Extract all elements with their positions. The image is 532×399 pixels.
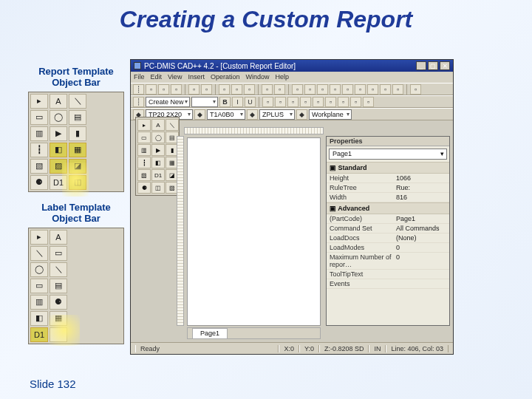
toolbar-button[interactable]: ▫ <box>338 97 349 107</box>
palette-button[interactable]: ▸ <box>30 94 48 109</box>
property-row[interactable]: LoadDocs(None) <box>327 233 449 243</box>
page-tab[interactable]: Page1 <box>192 328 228 338</box>
minimize-button[interactable]: _ <box>416 61 426 70</box>
underline-button[interactable]: U <box>245 97 256 107</box>
toolbar-button[interactable]: ▫ <box>292 84 303 95</box>
toolbar-button[interactable]: ▫ <box>300 97 311 107</box>
toolbar-button[interactable]: ▫ <box>392 84 403 95</box>
toolbar-button[interactable]: ▫ <box>363 97 374 107</box>
menu-item[interactable]: Help <box>275 73 289 82</box>
menu-item[interactable]: View <box>168 73 182 82</box>
create-dropdown[interactable]: Create New <box>146 97 190 107</box>
palette-button[interactable]: ＼ <box>50 262 67 277</box>
maximize-button[interactable]: ▢ <box>428 61 438 70</box>
palette-button[interactable]: ▥ <box>30 126 48 141</box>
toolbar-button[interactable]: ▫ <box>325 97 336 107</box>
bold-button[interactable]: B <box>219 97 231 107</box>
palette-button[interactable]: ◧ <box>50 143 67 157</box>
align-dropdown[interactable]: ZPLUS <box>259 109 295 120</box>
palette-button[interactable]: A <box>50 230 67 245</box>
property-row[interactable]: Width816 <box>327 193 449 202</box>
palette-button[interactable]: ⚈ <box>137 182 151 194</box>
palette-button[interactable]: D1 <box>151 169 165 181</box>
tip-dropdown[interactable]: T1A0B0 <box>207 109 245 120</box>
workplane-dropdown[interactable]: Workplane <box>309 109 352 120</box>
palette-button[interactable]: ⚈ <box>50 295 67 310</box>
toolbar-button[interactable]: ▫ <box>342 84 353 95</box>
properties-selection[interactable]: Page1 <box>329 149 447 160</box>
palette-button[interactable]: ◯ <box>151 132 165 143</box>
toolbar-button[interactable]: ▫ <box>158 84 169 95</box>
palette-button[interactable]: ┇ <box>137 157 151 168</box>
palette-button[interactable]: A <box>50 94 67 109</box>
toolbar-button[interactable]: ▫ <box>355 84 366 95</box>
palette-button[interactable]: ▥ <box>30 295 48 310</box>
palette-button[interactable]: ▧ <box>30 159 48 174</box>
property-row[interactable]: Command SetAll Commands <box>327 224 449 233</box>
toolbar-button[interactable]: ▫ <box>275 97 286 107</box>
toolbar-button[interactable]: ▫ <box>262 97 273 107</box>
menu-item[interactable]: File <box>134 73 145 82</box>
palette-button[interactable]: A <box>151 119 165 131</box>
toolbar-button[interactable]: ▫ <box>231 84 242 95</box>
menu-item[interactable]: Operation <box>211 73 240 82</box>
palette-button[interactable]: ┇ <box>30 143 48 157</box>
palette-button[interactable]: ▤ <box>50 279 67 293</box>
palette-button[interactable]: ▤ <box>69 110 86 125</box>
menu-item[interactable]: Window <box>245 73 269 82</box>
palette-button[interactable]: ＼ <box>30 246 48 261</box>
palette-button[interactable]: ▭ <box>50 246 67 261</box>
toolbar-button[interactable]: ▫ <box>317 84 328 95</box>
palette-button[interactable]: ◯ <box>30 262 48 277</box>
property-row[interactable]: Height1066 <box>327 174 449 183</box>
toolbar-button[interactable]: ▫ <box>188 84 200 95</box>
toolbar-button[interactable]: ▫ <box>171 84 182 95</box>
toolbar-button[interactable]: ▫ <box>380 84 391 95</box>
toolbar-button[interactable]: ▫ <box>201 84 212 95</box>
palette-button[interactable]: ▮ <box>69 126 86 141</box>
property-row[interactable]: ToolTipText <box>327 270 449 279</box>
menu-item[interactable]: Insert <box>188 73 205 82</box>
palette-button[interactable]: ▸ <box>30 230 48 245</box>
palette-button[interactable]: ▭ <box>30 110 48 125</box>
palette-button[interactable]: ◧ <box>30 311 48 326</box>
toolbar-button[interactable]: ▫ <box>350 97 361 107</box>
toolbar-button[interactable]: ▫ <box>330 84 341 95</box>
property-row[interactable]: LoadModes0 <box>327 243 449 253</box>
toolbar-button[interactable]: ▫ <box>244 84 255 95</box>
property-row[interactable]: Maximum Number of repor…0 <box>327 253 449 270</box>
palette-button[interactable]: ▥ <box>137 144 151 156</box>
palette-button[interactable]: ▭ <box>137 132 151 143</box>
toolbar-button[interactable]: ▫ <box>304 84 316 95</box>
palette-button[interactable]: ◧ <box>151 157 165 168</box>
toolbar-button[interactable]: ▫ <box>274 84 285 95</box>
toolbar-button[interactable]: ▫ <box>410 84 421 95</box>
property-section[interactable]: ▣ Advanced <box>327 202 449 214</box>
palette-button[interactable]: ◯ <box>50 110 67 125</box>
palette-button[interactable]: ＼ <box>69 94 86 109</box>
toolbar-button[interactable]: ▫ <box>287 97 299 107</box>
property-row[interactable]: Events <box>327 279 449 289</box>
property-row[interactable]: (PartCode)Page1 <box>327 214 449 224</box>
toolbar-button[interactable]: ▫ <box>146 84 157 95</box>
palette-button[interactable]: D1 <box>30 327 48 342</box>
palette-button[interactable]: ▸ <box>137 119 151 131</box>
toolbar-button[interactable]: ▫ <box>262 84 273 95</box>
report-canvas[interactable] <box>187 137 321 326</box>
italic-button[interactable]: I <box>232 97 243 107</box>
palette-button[interactable]: ▦ <box>69 143 86 157</box>
palette-button[interactable]: ▶ <box>151 144 165 156</box>
palette-button[interactable]: ◫ <box>151 182 165 194</box>
toolbar-button[interactable]: ▫ <box>219 84 230 95</box>
palette-button[interactable]: ▭ <box>30 279 48 293</box>
property-section[interactable]: ▣ Standard <box>327 162 449 174</box>
palette-button[interactable]: ＼ <box>166 119 179 131</box>
property-row[interactable]: RuleTreeRue: <box>327 183 449 193</box>
palette-button[interactable]: ▶ <box>50 126 67 141</box>
menu-item[interactable]: Edit <box>151 73 163 82</box>
close-button[interactable]: ✕ <box>440 61 450 70</box>
palette-button[interactable]: ⚈ <box>30 175 48 190</box>
toolbar-button[interactable]: ▫ <box>367 84 378 95</box>
toolbar-button[interactable]: ▫ <box>313 97 324 107</box>
palette-button[interactable]: ▧ <box>137 169 151 181</box>
